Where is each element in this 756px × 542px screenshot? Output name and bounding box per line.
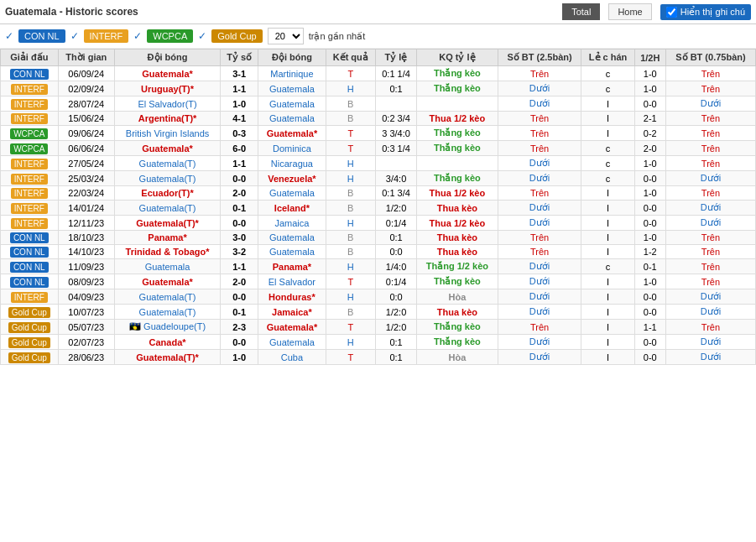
cell-team2: Guatemala [258,245,326,259]
col-kq: KQ tỷ lệ [417,50,498,66]
cell-bt075: Dưới [665,289,755,305]
cell-bt25: Dưới [498,201,581,216]
cell-lec: I [581,335,634,350]
cell-date: 11/09/23 [58,259,114,274]
cell-result: T [326,66,375,81]
cell-lec: c [581,156,634,171]
cell-bt25: Dưới [498,171,581,186]
checkbox-label: Hiển thị ghi chú [680,7,745,18]
cell-bt25: Dưới [498,216,581,231]
cell-team1: Argentina(T)* [114,112,220,126]
cell-half: 1-0 [634,66,665,81]
tab-home[interactable]: Home [608,3,651,20]
cell-league: INTERF [1,112,59,126]
table-row: INTERF27/05/24Guatemala(T)1-1NicaraguaHD… [1,156,756,171]
table-row: INTERF02/09/24Uruguay(T)*1-1GuatemalaH0:… [1,81,756,96]
cell-half: 0-2 [634,126,665,141]
cell-team2: Cuba [258,350,326,365]
cell-lec: c [581,81,634,96]
cell-half: 1-0 [634,231,665,245]
cell-odds: 1/2:0 [375,320,416,335]
cell-odds: 0:1/4 [375,216,416,231]
cell-team2: El Salvador [258,274,326,289]
cell-score: 0-3 [221,126,258,141]
cell-kq: Thua 1/2 kèo [417,216,498,231]
table-row: INTERF04/09/23Guatemala(T)0-0Honduras*H0… [1,289,756,305]
filter-wcpca[interactable]: WCPCA [147,29,193,43]
table-row: INTERF15/06/24Argentina(T)*4-1GuatemalaB… [1,112,756,126]
cell-bt075: Trên [665,231,755,245]
table-row: INTERF28/07/24El Salvador(T)1-0Guatemala… [1,96,756,112]
records-select[interactable]: 10 20 30 50 [268,28,304,44]
cell-team1: British Virgin Islands [114,126,220,141]
tab-total[interactable]: Total [562,3,600,20]
table-row: WCPCA06/06/24Guatemala*6-0DominicaT0:3 1… [1,141,756,156]
cell-kq: Thắng kèo [417,335,498,350]
cell-score: 1-0 [221,96,258,112]
cell-bt075: Dưới [665,96,755,112]
table-row: Gold Cup10/07/23Guatemala(T)0-1Jamaica*B… [1,305,756,320]
cell-half: 0-0 [634,216,665,231]
cell-team1: El Salvador(T) [114,96,220,112]
cell-bt25: Trên [498,141,581,156]
filter-con-nl[interactable]: CON NL [18,29,65,43]
checkbox-area[interactable]: Hiển thị ghi chú [660,4,751,20]
cell-result: T [326,274,375,289]
cell-lec: I [581,186,634,201]
cell-lec: I [581,96,634,112]
cell-odds: 0:1 1/4 [375,66,416,81]
checkmark-gold-cup: ✓ [198,30,206,42]
cell-score: 3-2 [221,245,258,259]
cell-league: INTERF [1,289,59,305]
cell-bt25: Trên [498,66,581,81]
cell-kq: Thắng 1/2 kèo [417,259,498,274]
cell-result: H [326,335,375,350]
cell-date: 28/07/24 [58,96,114,112]
cell-team2: Guatemala [258,112,326,126]
cell-result: H [326,216,375,231]
filter-interf[interactable]: INTERF [84,29,129,43]
cell-bt075: Trên [665,156,755,171]
col-team2: Đội bóng [258,50,326,66]
cell-odds: 1/2:0 [375,201,416,216]
cell-team1: Guatemala* [114,66,220,81]
cell-score: 1-0 [221,350,258,365]
cell-bt25: Dưới [498,305,581,320]
cell-half: 0-0 [634,289,665,305]
cell-kq: Thắng kèo [417,66,498,81]
cell-half: 0-0 [634,305,665,320]
filter-gold-cup[interactable]: Gold Cup [211,29,262,43]
filter-label: trận gần nhất [309,31,365,42]
cell-bt075: Trên [665,259,755,274]
cell-date: 06/06/24 [58,141,114,156]
table-row: CON NL06/09/24Guatemala*3-1MartiniqueT0:… [1,66,756,81]
cell-bt075: Trên [665,112,755,126]
cell-kq: Thắng kèo [417,126,498,141]
cell-bt25: Dưới [498,96,581,112]
cell-lec: I [581,245,634,259]
cell-team1: Guatemala(T)* [114,350,220,365]
table-row: INTERF25/03/24Guatemala(T)0-0Venezuela*H… [1,171,756,186]
cell-kq: Thắng kèo [417,171,498,186]
cell-league: Gold Cup [1,350,59,365]
cell-odds: 0:1/4 [375,274,416,289]
show-notes-checkbox[interactable] [666,7,677,18]
cell-date: 14/01/24 [58,201,114,216]
cell-bt25: Dưới [498,335,581,350]
cell-bt075: Dưới [665,335,755,350]
cell-team2: Guatemala [258,96,326,112]
table-row: CON NL11/09/23Guatemala1-1Panama*H1/4:0T… [1,259,756,274]
cell-half: 0-0 [634,201,665,216]
cell-half: 0-0 [634,171,665,186]
checkmark-con-nl: ✓ [5,30,13,42]
cell-kq: Thua 1/2 kèo [417,186,498,201]
cell-team1: Guatemala(T) [114,171,220,186]
cell-score: 2-0 [221,186,258,201]
cell-date: 02/09/24 [58,81,114,96]
table-row: CON NL18/10/23Panama*3-0GuatemalaB0:1Thu… [1,231,756,245]
table-row: INTERF14/01/24Guatemala(T)0-1Iceland*B1/… [1,201,756,216]
cell-bt075: Trên [665,245,755,259]
cell-league: Gold Cup [1,320,59,335]
cell-team2: Jamaica* [258,305,326,320]
cell-bt075: Trên [665,186,755,201]
